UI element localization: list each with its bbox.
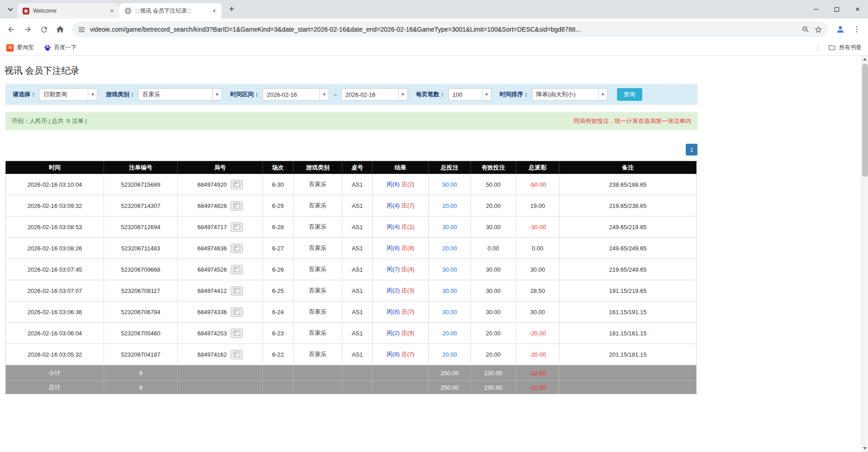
bookmark-baidu[interactable]: 百度一下 xyxy=(44,44,77,52)
roadmap-button[interactable] xyxy=(231,201,243,211)
minimize-button[interactable] xyxy=(806,0,826,19)
maximize-button[interactable] xyxy=(826,0,847,19)
chevron-down-icon[interactable]: ▼ xyxy=(88,89,97,100)
cell-valid-bet: 50.00 xyxy=(471,174,516,195)
cell-session: 6-28 xyxy=(263,217,294,238)
tab-close-icon[interactable]: × xyxy=(210,7,218,15)
tab-bet-record[interactable]: :::视讯 会员下注纪录::: × xyxy=(119,3,222,19)
roadmap-button[interactable] xyxy=(231,329,243,338)
tab-welcome[interactable]: Welcome × xyxy=(17,3,119,19)
per-page-value: 100 xyxy=(449,91,482,98)
per-page-label: 每页笔数： xyxy=(416,90,446,99)
zoom-icon[interactable] xyxy=(802,25,810,33)
roadmap-icon xyxy=(233,182,240,187)
player-result: 闲(7) xyxy=(387,266,400,273)
cell-result: 闲(8) 庄(7) xyxy=(373,344,429,365)
cell-time: 2026-02-16 03:07:07 xyxy=(6,280,104,301)
date-start-value: 2026-02-16 xyxy=(263,91,319,98)
tab-close-icon[interactable]: × xyxy=(108,7,116,15)
cell-total-bet[interactable]: 20.00 xyxy=(429,344,471,365)
close-button[interactable]: × xyxy=(847,0,868,19)
round-id-value: 684974636 xyxy=(197,245,227,252)
bookmark-star-icon[interactable] xyxy=(814,25,823,34)
forward-button[interactable] xyxy=(21,23,34,36)
roadmap-button[interactable] xyxy=(231,350,243,359)
chevron-down-icon[interactable]: ▼ xyxy=(212,89,222,100)
chevron-down-icon[interactable]: ▼ xyxy=(482,89,491,100)
scroll-down-arrow-icon[interactable] xyxy=(862,445,868,452)
column-header-time: 时间 xyxy=(6,161,104,174)
cell-total-bet[interactable]: 20.00 xyxy=(429,195,471,217)
home-button[interactable] xyxy=(53,23,67,36)
cell-payout: 19.00 xyxy=(516,195,560,217)
query-type-combo[interactable]: 日期查询 ▼ xyxy=(39,88,98,101)
cell-total-bet[interactable]: 30.00 xyxy=(429,217,471,238)
game-kind-combo[interactable]: 百家乐 ▼ xyxy=(138,88,222,101)
banker-result: 庄(7) xyxy=(401,202,414,209)
roadmap-button[interactable] xyxy=(231,222,243,232)
bookmarks-bar: 淘 爱淘宝 百度一下 所有书签 xyxy=(0,40,868,56)
scroll-up-arrow-icon[interactable] xyxy=(862,56,868,63)
round-id-value: 684974920 xyxy=(197,181,227,188)
site-info-tune-icon[interactable] xyxy=(78,26,85,33)
cell-total-bet[interactable]: 30.00 xyxy=(429,259,471,280)
subtotal-row: 小计 9 250.00 230.00 -12.50 xyxy=(6,365,697,381)
roadmap-button[interactable] xyxy=(231,265,243,274)
cell-bet-id: 523206704187 xyxy=(104,344,178,365)
roadmap-button[interactable] xyxy=(231,307,243,317)
chevron-down-icon[interactable]: ▼ xyxy=(598,89,607,100)
cell-total-bet[interactable]: 30.00 xyxy=(429,301,471,323)
cell-game-kind: 百家乐 xyxy=(294,280,342,301)
per-page-combo[interactable]: 100 ▼ xyxy=(448,88,492,101)
cell-table: AS1 xyxy=(342,217,373,238)
cell-bet-id: 523206709668 xyxy=(104,259,178,280)
reload-button[interactable] xyxy=(37,23,51,36)
player-result: 闲(8) xyxy=(387,308,400,315)
search-button[interactable]: 查询 xyxy=(617,88,642,101)
address-bar[interactable]: videoie.com/game/betrecord_search/kind3?… xyxy=(72,22,828,37)
menu-button[interactable] xyxy=(850,23,863,36)
tab-list-chevron-icon[interactable] xyxy=(5,4,16,15)
round-id-value: 684974526 xyxy=(197,266,227,273)
roadmap-button[interactable] xyxy=(231,244,243,253)
banker-result: 庄(4) xyxy=(401,266,414,273)
browser-window: Welcome × :::视讯 会员下注纪录::: × + × xyxy=(0,0,868,452)
scrollbar-thumb[interactable] xyxy=(862,64,868,177)
cell-valid-bet: 20.00 xyxy=(471,195,516,217)
page-number-button[interactable]: 1 xyxy=(686,144,697,155)
sort-order-combo[interactable]: 降幂(由大到小) ▼ xyxy=(532,88,608,101)
home-icon xyxy=(56,25,65,34)
roadmap-button[interactable] xyxy=(231,180,243,189)
cell-result: 闲(2) 庄(3) xyxy=(373,280,429,301)
cell-session: 6-25 xyxy=(263,280,294,301)
page-scrollbar[interactable] xyxy=(861,56,868,452)
chevron-down-icon[interactable]: ▼ xyxy=(319,89,329,100)
profile-avatar[interactable] xyxy=(834,23,847,36)
back-button[interactable] xyxy=(5,23,18,36)
cell-result: 闲(8) 庄(8) xyxy=(373,238,429,259)
bet-records-table: 时间 注单编号 局号 场次 游戏类别 桌号 结果 总投注 有效投注 总派彩 备注… xyxy=(5,161,697,394)
date-end-input[interactable]: 2026-02-16 ▼ xyxy=(341,88,408,101)
tab-title: Welcome xyxy=(33,8,104,14)
date-start-input[interactable]: 2026-02-16 ▼ xyxy=(262,88,329,101)
new-tab-button[interactable]: + xyxy=(225,3,238,16)
cell-total-bet[interactable]: 20.00 xyxy=(429,238,471,259)
all-bookmarks-button[interactable]: 所有书签 xyxy=(828,44,862,52)
cell-empty xyxy=(294,365,342,381)
cell-session: 6-29 xyxy=(263,195,294,217)
cell-note: 181.15/161.15 xyxy=(560,323,697,344)
bookmark-taobao[interactable]: 淘 爱淘宝 xyxy=(6,44,34,52)
grand-total-row: 总计 9 250.00 230.00 -12.50 xyxy=(6,381,697,394)
cell-total-bet[interactable]: 30.00 xyxy=(429,280,471,301)
cell-total-bet[interactable]: 50.00 xyxy=(429,174,471,195)
page-title: 视讯 会员下注纪录 xyxy=(5,65,697,77)
cell-game-kind: 百家乐 xyxy=(294,344,342,365)
records-body: 2026-02-16 03:10:04 523206715689 6849749… xyxy=(6,174,697,365)
cell-payout: 30.00 xyxy=(516,259,560,280)
cell-round-id: 684974336 xyxy=(178,301,263,323)
cell-result: 闲(4) 庄(1) xyxy=(373,217,429,238)
banker-result: 庄(7) xyxy=(401,351,414,358)
roadmap-button[interactable] xyxy=(231,286,243,296)
chevron-down-icon[interactable]: ▼ xyxy=(398,89,408,100)
cell-total-bet[interactable]: 20.00 xyxy=(429,323,471,344)
